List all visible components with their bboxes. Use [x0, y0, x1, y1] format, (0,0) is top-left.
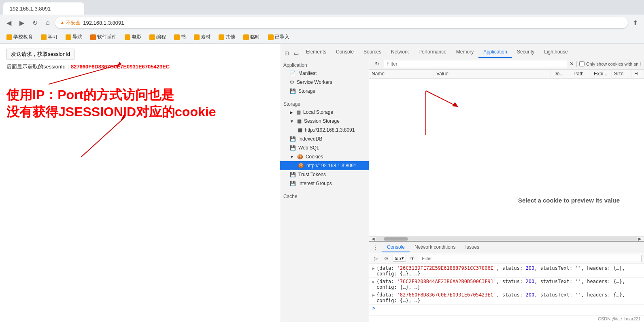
scroll-left-button[interactable]: ◀ [371, 237, 376, 241]
home-button[interactable]: ⌂ [42, 17, 53, 28]
tab-security[interactable]: Security [512, 47, 539, 58]
expand-arrow-3[interactable]: ▶ [372, 293, 375, 297]
console-prompt-row[interactable]: > [369, 305, 644, 312]
tab-lighthouse[interactable]: Lighthouse [539, 47, 573, 58]
scroll-right-button[interactable]: ▶ [638, 237, 642, 241]
bookmark-biancheng[interactable]: 编程 [146, 33, 169, 41]
console-tab-console[interactable]: Console [382, 243, 410, 252]
bookmark-shu[interactable]: 书 [171, 33, 189, 41]
tab-elements[interactable]: Elements [301, 47, 331, 58]
share-button[interactable]: ⬆ [629, 17, 641, 28]
bookmark-yidaoru[interactable]: 已导入 [265, 33, 293, 41]
col-header-name[interactable]: Name [369, 70, 434, 78]
stop-button[interactable]: ⊘ [382, 254, 390, 262]
console-filter-input[interactable] [419, 255, 642, 262]
bookmark-label: 软件插件 [97, 34, 117, 41]
sidebar-item-interest-groups[interactable]: 💾 Interest Groups [280, 179, 369, 188]
bookmark-xuexi[interactable]: 学习 [38, 33, 61, 41]
bookmark-linshi[interactable]: 临时 [240, 33, 263, 41]
storage-icon: 💾 [290, 88, 296, 94]
session-storage-icon: ▦ [297, 118, 302, 124]
session-url-label: http://192.168.1.3:8091 [305, 127, 355, 133]
expand-arrow-local: ▶ [290, 110, 293, 115]
indexeddb-icon: 💾 [290, 136, 296, 142]
eye-button[interactable]: 👁 [408, 254, 417, 262]
cookie-empty-message: Select a cookie to preview its value [518, 197, 620, 204]
address-bar[interactable]: ▲ 不安全 192.168.1.3:8091 [55, 17, 628, 28]
clear-filter-button[interactable]: ✕ [570, 61, 574, 67]
bookmark-sucai[interactable]: 素材 [191, 33, 214, 41]
big-text: 使用IP：Port的方式访问也是 没有获得JSESSIONID对应的cookie [6, 87, 273, 120]
bookmark-label: 临时 [250, 34, 260, 41]
sidebar-item-storage[interactable]: 💾 Storage [280, 87, 369, 96]
scrollbar-track[interactable] [376, 237, 638, 241]
col-header-domain[interactable]: Do... [551, 70, 571, 78]
security-warning: ▲ 不安全 [60, 19, 81, 26]
reload-button[interactable]: ↻ [29, 17, 40, 28]
devtools-cursor-icon[interactable]: ⊡ [282, 48, 291, 58]
devtools-device-icon[interactable]: ▭ [291, 48, 301, 58]
bookmark-label: 学校教育 [13, 34, 33, 41]
session-line: 后面显示获取的sessionId：827660F8D8367C0E7E0931E… [6, 63, 273, 70]
bookmark-xuexiao[interactable]: 学校教育 [3, 33, 36, 41]
bookmark-ruanjian[interactable]: 软件插件 [87, 33, 120, 41]
sidebar-item-indexeddb[interactable]: 💾 IndexedDB [280, 134, 369, 143]
bookmark-dianying[interactable]: 电影 [121, 33, 145, 41]
devtools-panel: ⊡ ▭ Elements Console Sources Network Per… [280, 44, 644, 322]
storage-label: Storage [298, 88, 315, 94]
local-storage-label: Local Storage [303, 109, 333, 115]
send-request-button[interactable]: 发送请求，获取sessionId [6, 49, 74, 60]
console-menu-dots[interactable]: ⋮ [372, 243, 379, 251]
sidebar-item-service-workers[interactable]: ⚙ Service Workers [280, 78, 369, 87]
sidebar-item-local-storage[interactable]: ▶ ▦ Local Storage [280, 108, 369, 117]
sidebar-item-cookies-url[interactable]: 🍪 http://192.168.1.3:8091 [280, 161, 369, 170]
console-tab-bar: ⋮ Console Network conditions Issues [369, 242, 644, 253]
tab-sources[interactable]: Sources [359, 47, 386, 58]
bookmark-daohang[interactable]: 导航 [62, 33, 85, 41]
cookie-filter-input[interactable] [384, 60, 567, 68]
col-header-path[interactable]: Path [571, 70, 591, 78]
forward-button[interactable]: ▶ [16, 17, 28, 28]
bookmark-qita[interactable]: 其他 [215, 33, 238, 41]
refresh-button[interactable]: ↻ [372, 60, 381, 68]
show-cookies-checkbox[interactable] [579, 61, 584, 66]
back-button[interactable]: ◀ [3, 17, 15, 28]
col-header-value[interactable]: Value [434, 70, 551, 78]
bookmark-icon [268, 34, 274, 40]
sidebar-item-trust-tokens[interactable]: 💾 Trust Tokens [280, 170, 369, 179]
console-text-2: {data: '76C2F9208B44AF23B6AA2B0D500C3F91… [376, 279, 641, 290]
interest-groups-icon: 💾 [290, 181, 296, 186]
col-header-http[interactable]: H [632, 70, 644, 78]
indexeddb-label: IndexedDB [298, 136, 322, 142]
tab-application[interactable]: Application [478, 47, 512, 58]
console-area: ⋮ Console Network conditions Issues ▷ ⊘ … [369, 241, 644, 322]
sidebar-item-cookies[interactable]: ▼ 🍪 Cookies [280, 152, 369, 161]
console-text-3: {data: '827660F8D8367C0E7E0931E6705423EC… [376, 292, 641, 303]
manifest-label: Manifest [298, 70, 317, 76]
console-footer: CSDN @ice_bear221 [369, 315, 644, 322]
col-header-size[interactable]: Size [612, 70, 632, 78]
tab-console[interactable]: Console [331, 47, 359, 58]
sidebar-item-session-storage[interactable]: ▼ ▦ Session Storage [280, 117, 369, 126]
context-selector[interactable]: top ▾ [393, 255, 406, 262]
execute-button[interactable]: ▷ [372, 254, 380, 262]
console-tab-network-conditions[interactable]: Network conditions [410, 243, 460, 252]
tab-network[interactable]: Network [386, 47, 414, 58]
console-tab-issues[interactable]: Issues [460, 243, 484, 252]
horizontal-scrollbar[interactable]: ◀ ▶ [369, 236, 644, 241]
expand-arrow-1[interactable]: ▶ [372, 266, 375, 271]
col-header-expires[interactable]: Expi... [591, 70, 612, 78]
expand-arrow-2[interactable]: ▶ [372, 279, 375, 284]
bookmark-label: 学习 [48, 34, 57, 41]
web-sql-icon: 💾 [290, 145, 296, 151]
svg-line-2 [81, 117, 125, 157]
tab-memory[interactable]: Memory [451, 47, 478, 58]
scrollbar-thumb[interactable] [384, 237, 408, 241]
svg-line-5 [426, 91, 458, 107]
sidebar-item-web-sql[interactable]: 💾 Web SQL [280, 143, 369, 152]
sidebar-item-manifest[interactable]: 📄 Manifest [280, 69, 369, 78]
active-tab[interactable]: 192.168.1.3:8091 [3, 2, 84, 15]
sidebar-item-session-url[interactable]: ▦ http://192.168.1.3:8091 [280, 126, 369, 134]
url-text: 192.168.1.3:8091 [83, 20, 124, 26]
tab-performance[interactable]: Performance [414, 47, 451, 58]
